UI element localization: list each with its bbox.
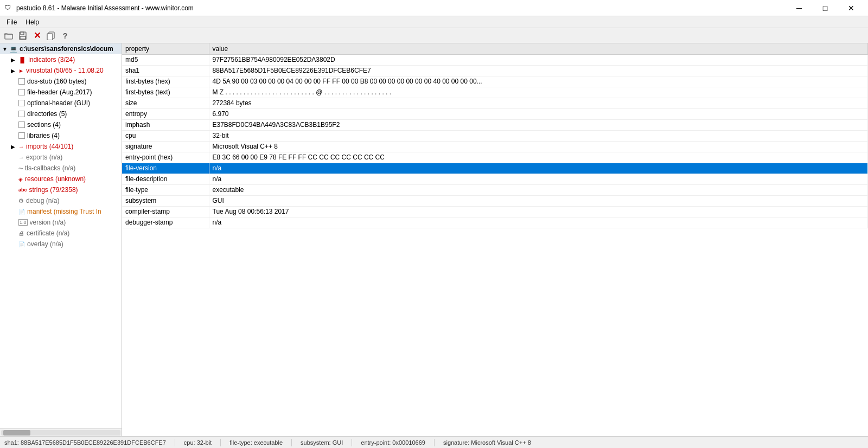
expand-icon-virustotal: ▶ [11, 68, 17, 74]
checkbox-dos[interactable] [18, 78, 25, 85]
expand-icon-fh [11, 89, 17, 95]
tree-item-file-header[interactable]: file-header (Aug.2017) [0, 87, 122, 98]
cell-value: executable [209, 184, 868, 195]
label-tls: tls-callbacks (n/a) [25, 164, 75, 172]
menu-help[interactable]: Help [21, 17, 43, 27]
table-row[interactable]: signatureMicrosoft Visual C++ 8 [122, 141, 868, 152]
checkbox-oh[interactable] [18, 100, 25, 106]
expand-icon-sec [11, 122, 17, 128]
table-row[interactable]: imphashE37B8FD0C94BA449A3C83ACB3B1B95F2 [122, 119, 868, 130]
tree-item-debug[interactable]: ⚙ debug (n/a) [0, 195, 122, 206]
table-row[interactable]: sha188BA517E5685D1F5B0ECE89226E391DFCEB6… [122, 65, 868, 76]
cell-value: n/a [209, 163, 868, 174]
table-row[interactable]: subsystemGUI [122, 195, 868, 206]
minimize-button[interactable]: ─ [787, 0, 812, 16]
cell-value: M Z . . . . . . . . . . . . . . . . . . … [209, 87, 868, 98]
status-entry-point: entry-point: 0x00010669 [361, 439, 425, 446]
copy-button[interactable] [44, 30, 58, 42]
tree-item-imports[interactable]: ▶ → imports (44/101) [0, 141, 122, 152]
status-signature: signature: Microsoft Visual C++ 8 [443, 439, 531, 446]
tree-item-virustotal[interactable]: ▶ ► virustotal (50/65 - 11.08.20 [0, 65, 122, 76]
tree-item-libraries[interactable]: libraries (4) [0, 130, 122, 141]
tree-item-optional-header[interactable]: optional-header (GUI) [0, 98, 122, 108]
cell-value: E37B8FD0C94BA449A3C83ACB3B1B95F2 [209, 119, 868, 130]
label-virustotal: virustotal (50/65 - 11.08.20 [26, 67, 104, 74]
table-row[interactable]: entropy6.970 [122, 108, 868, 119]
expand-icon-tls [11, 165, 17, 171]
cell-value: Microsoft Visual C++ 8 [209, 141, 868, 152]
tree-container: ▼ 💻 c:\users\sansforensics\docum ▶ ▐▌ in… [0, 43, 122, 428]
tree-item-certificate[interactable]: 🖨 certificate (n/a) [0, 228, 122, 239]
checkbox-fh[interactable] [18, 89, 25, 95]
col-header-value: value [209, 43, 868, 54]
table-row[interactable]: file-versionn/a [122, 163, 868, 174]
tree-item-directories[interactable]: directories (5) [0, 108, 122, 119]
close-button[interactable]: ✕ [839, 0, 864, 16]
cell-property: signature [122, 141, 209, 152]
label-indicators: indicators (3/24) [28, 56, 75, 63]
tree-root[interactable]: ▼ 💻 c:\users\sansforensics\docum [0, 43, 122, 54]
table-row[interactable]: cpu32-bit [122, 130, 868, 141]
cell-value: Tue Aug 08 00:56:13 2017 [209, 206, 868, 217]
virus-icon: ► [18, 68, 24, 74]
cell-value: 4D 5A 90 00 03 00 00 00 04 00 00 00 FF F… [209, 76, 868, 87]
label-libraries: libraries (4) [27, 132, 60, 139]
expand-icon-ovl [11, 241, 17, 247]
title-bar-controls: ─ □ ✕ [787, 0, 864, 16]
scrollbar-thumb[interactable] [3, 430, 30, 436]
status-file-type: file-type: executable [229, 439, 283, 446]
tree-item-tls[interactable]: ⤳ tls-callbacks (n/a) [0, 163, 122, 174]
table-row[interactable]: md597F27561BB754A980092EE052DA3802D [122, 54, 868, 65]
tree-item-sections[interactable]: sections (4) [0, 119, 122, 130]
table-row[interactable]: size272384 bytes [122, 98, 868, 108]
separator-3 [291, 439, 292, 446]
tree-item-manifest[interactable]: 📄 manifest (missing Trust In [0, 206, 122, 217]
tree-item-strings[interactable]: abc strings (79/2358) [0, 184, 122, 195]
table-row[interactable]: compiler-stampTue Aug 08 00:56:13 2017 [122, 206, 868, 217]
tree-item-version[interactable]: 1.0 version (n/a) [0, 217, 122, 228]
left-panel: ▼ 💻 c:\users\sansforensics\docum ▶ ▐▌ in… [0, 43, 122, 436]
label-exports: exports (n/a) [26, 153, 62, 161]
label-overlay: overlay (n/a) [27, 240, 63, 248]
delete-button[interactable]: ✕ [30, 30, 43, 42]
expand-icon-dos [11, 79, 17, 85]
checkbox-lib[interactable] [18, 132, 25, 139]
menu-file[interactable]: File [2, 17, 21, 27]
label-resources: resources (unknown) [25, 175, 86, 183]
tree-item-indicators[interactable]: ▶ ▐▌ indicators (3/24) [0, 54, 122, 65]
tree-item-overlay[interactable]: 📄 overlay (n/a) [0, 239, 122, 249]
status-bar: sha1: 88BA517E5685D1F5B0ECE89226E391DFCE… [0, 436, 868, 448]
table-row[interactable]: file-descriptionn/a [122, 174, 868, 184]
label-dos-stub: dos-stub (160 bytes) [27, 78, 86, 85]
cell-property: sha1 [122, 65, 209, 76]
checkbox-dir[interactable] [18, 111, 25, 117]
tree-item-dos-stub[interactable]: dos-stub (160 bytes) [0, 76, 122, 87]
label-debug: debug (n/a) [26, 197, 59, 204]
cell-value: 88BA517E5685D1F5B0ECE89226E391DFCEB6CFE7 [209, 65, 868, 76]
cell-property: imphash [122, 119, 209, 130]
expand-icon-lib [11, 133, 17, 139]
maximize-button[interactable]: □ [813, 0, 838, 16]
label-manifest: manifest (missing Trust In [27, 208, 101, 215]
table-row[interactable]: first-bytes (text)M Z . . . . . . . . . … [122, 87, 868, 98]
tree-item-resources[interactable]: ◈ resources (unknown) [0, 174, 122, 184]
cell-value: 6.970 [209, 108, 868, 119]
open-button[interactable] [2, 30, 15, 42]
checkbox-sec[interactable] [18, 121, 25, 128]
arrow-right-icon: → [18, 144, 24, 150]
table-row[interactable]: debugger-stampn/a [122, 217, 868, 228]
save-button[interactable] [16, 30, 29, 42]
help-button[interactable]: ? [59, 30, 72, 42]
folder-icon [4, 31, 13, 40]
cell-property: md5 [122, 54, 209, 65]
svg-rect-0 [5, 34, 12, 39]
cell-property: first-bytes (text) [122, 87, 209, 98]
table-row[interactable]: file-typeexecutable [122, 184, 868, 195]
expand-icon-imp: ▶ [11, 144, 17, 150]
left-scrollbar[interactable] [0, 428, 122, 436]
tree-item-exports[interactable]: → exports (n/a) [0, 152, 122, 163]
title-bar: 🛡 pestudio 8.61 - Malware Initial Assess… [0, 0, 868, 16]
table-row[interactable]: first-bytes (hex)4D 5A 90 00 03 00 00 00… [122, 76, 868, 87]
table-row[interactable]: entry-point (hex)E8 3C 66 00 00 E9 78 FE… [122, 152, 868, 163]
computer-icon: 💻 [10, 46, 17, 53]
